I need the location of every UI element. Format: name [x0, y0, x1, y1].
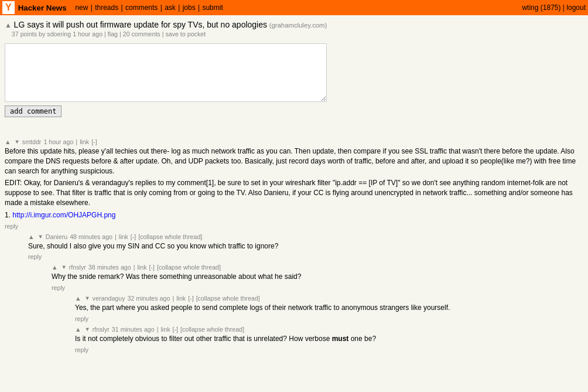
story-time: 1 hour ago [73, 30, 102, 38]
comment-user[interactable]: smtddr [22, 138, 42, 145]
comment-user[interactable]: verandaguy [93, 295, 125, 302]
comment-meta: ▲ ▼ smtddr 1 hour ago | link [-] [5, 138, 583, 145]
comment-meta: ▲ ▼ Danieru 48 minutes ago | link [-] [c… [28, 233, 583, 240]
comment-upvote-arrow[interactable]: ▲ [75, 326, 81, 333]
comment-time: 32 minutes ago [128, 295, 170, 302]
comment-minus[interactable]: [-] [131, 233, 136, 240]
story-comments-link[interactable]: 20 comments [123, 30, 160, 38]
comment-meta: ▲ ▼ rfnslyr 31 minutes ago | link [-] [c… [75, 326, 583, 333]
comment-arrow-down[interactable]: ▼ [15, 139, 20, 145]
comment-arrow-down[interactable]: ▼ [85, 326, 90, 332]
comment-thread: ▲ ▼ Danieru 48 minutes ago | link [-] [c… [28, 233, 583, 261]
comment-upvote-arrow[interactable]: ▲ [28, 233, 35, 240]
story-title-row: ▲ LG says it will push out firmware upda… [5, 20, 583, 29]
story-author[interactable]: sdoering [47, 30, 71, 38]
logout-link[interactable]: logout [566, 4, 586, 12]
comment-minus[interactable]: [-] [188, 295, 193, 302]
comment-user[interactable]: rfnslyr [69, 264, 86, 271]
comment-collapse[interactable]: [collapse whole thread] [138, 233, 202, 240]
nav-new[interactable]: new [75, 4, 88, 12]
spacer [5, 117, 583, 127]
comment-paragraph: Before this update hits, please y'all te… [5, 146, 583, 176]
nav-separator-pre [71, 4, 73, 12]
comment-user[interactable]: Danieru [46, 233, 67, 240]
header-nav: new | threads | comments | ask | jobs | … [70, 4, 223, 12]
comment-thread: ▲ ▼ smtddr 1 hour ago | link [-] Before … [5, 138, 583, 230]
reply-link: reply [52, 284, 583, 291]
comment-time: 31 minutes ago [112, 326, 155, 333]
comment-textarea[interactable] [5, 43, 327, 102]
comment-body: Why the snide remark? Was there somethin… [52, 272, 583, 282]
comment-arrow-down[interactable]: ▼ [38, 234, 43, 240]
comment-arrow-down[interactable]: ▼ [61, 264, 67, 270]
comment-paragraph: Sure, should I also give you my SIN and … [28, 241, 583, 251]
nav-submit[interactable]: submit [202, 4, 223, 12]
comment-body: Is it not completely obvious to filter o… [75, 334, 583, 344]
hn-logo[interactable]: Y [2, 1, 15, 14]
comment-body: Before this update hits, please y'all te… [5, 146, 583, 220]
comment-time: 1 hour ago [43, 138, 73, 145]
header-title-link[interactable]: Hacker News [18, 4, 67, 12]
comment-arrow-down[interactable]: ▼ [85, 295, 90, 301]
reply-anchor[interactable]: reply [75, 346, 88, 353]
comment-meta: ▲ ▼ verandaguy 32 minutes ago | link [-]… [75, 295, 583, 302]
reply-anchor[interactable]: reply [28, 253, 42, 260]
comment-link[interactable]: link [176, 295, 186, 302]
nav-jobs[interactable]: jobs [183, 4, 196, 12]
nav-ask[interactable]: ask [165, 4, 176, 12]
reply-link: reply [75, 315, 583, 322]
comment-minus[interactable]: [-] [172, 326, 177, 333]
comment-footnote: 1. http://i.imgur.com/OHJAPGH.png [5, 210, 583, 220]
add-comment-button[interactable]: add comment [5, 105, 61, 117]
nav-sep5: | [198, 4, 201, 12]
comment-box: add comment [5, 43, 583, 117]
story-meta: 37 points by sdoering 1 hour ago | flag … [5, 30, 583, 38]
comment-upvote-arrow[interactable]: ▲ [5, 138, 11, 145]
nav-sep3: | [160, 4, 164, 12]
reply-link: reply [5, 223, 583, 230]
comment-user[interactable]: rfnslyr [93, 326, 110, 333]
comment-link[interactable]: link [137, 264, 146, 271]
comment-upvote-arrow[interactable]: ▲ [75, 295, 81, 302]
comment-link[interactable]: link [160, 326, 170, 333]
comment-body: Yes, the part where you asked people to … [75, 303, 583, 313]
comment-upvote-arrow[interactable]: ▲ [52, 264, 58, 271]
comment-collapse[interactable]: [collapse whole thread] [196, 295, 260, 302]
comment-footnote-link[interactable]: http://i.imgur.com/OHJAPGH.png [12, 211, 115, 219]
comment-minus[interactable]: [-] [149, 264, 154, 271]
user-link[interactable]: wting (1875) [522, 4, 562, 12]
main-content: ▲ LG says it will push out firmware upda… [0, 15, 588, 359]
comment-link[interactable]: link [119, 233, 128, 240]
comment-minus[interactable]: [-] [91, 138, 97, 145]
comment-collapse[interactable]: [collapse whole thread] [157, 264, 221, 271]
story-upvote[interactable]: ▲ [5, 21, 12, 29]
reply-anchor[interactable]: reply [52, 284, 65, 291]
comment-paragraph: Why the snide remark? Was there somethin… [52, 272, 583, 282]
nav-sep4: | [178, 4, 182, 12]
comment-meta: ▲ ▼ rfnslyr 38 minutes ago | link [-] [c… [52, 264, 583, 271]
username: wting [522, 4, 538, 12]
comment-thread: ▲ ▼ rfnslyr 31 minutes ago | link [-] [c… [75, 326, 583, 353]
nav-sep1: | [91, 4, 94, 12]
header: Y Hacker News new | threads | comments |… [0, 0, 588, 15]
reply-anchor[interactable]: reply [75, 315, 88, 322]
story-link[interactable]: LG says it will push out firmware update… [14, 20, 267, 29]
header-right: wting (1875) | logout [522, 4, 586, 12]
comment-body: Sure, should I also give you my SIN and … [28, 241, 583, 251]
story-save[interactable]: save to pocket [165, 30, 206, 38]
comment-link[interactable]: link [80, 138, 89, 145]
comment-paragraph: Yes, the part where you asked people to … [75, 303, 583, 313]
nav-sep2: | [121, 4, 125, 12]
comment-thread: ▲ ▼ verandaguy 32 minutes ago | link [-]… [75, 295, 583, 322]
story-flag[interactable]: flag [108, 30, 118, 38]
reply-anchor[interactable]: reply [5, 223, 18, 230]
header-title: Hacker News [18, 4, 67, 12]
header-left: Y Hacker News new | threads | comments |… [2, 1, 223, 14]
comment-time: 48 minutes ago [70, 233, 112, 240]
comment-collapse[interactable]: [collapse whole thread] [180, 326, 244, 333]
comment-time: 38 minutes ago [88, 264, 131, 271]
comments-section: ▲ ▼ smtddr 1 hour ago | link [-] Before … [5, 138, 583, 353]
nav-comments[interactable]: comments [125, 4, 158, 12]
nav-threads[interactable]: threads [95, 4, 118, 12]
story-points: 37 points [12, 30, 37, 38]
